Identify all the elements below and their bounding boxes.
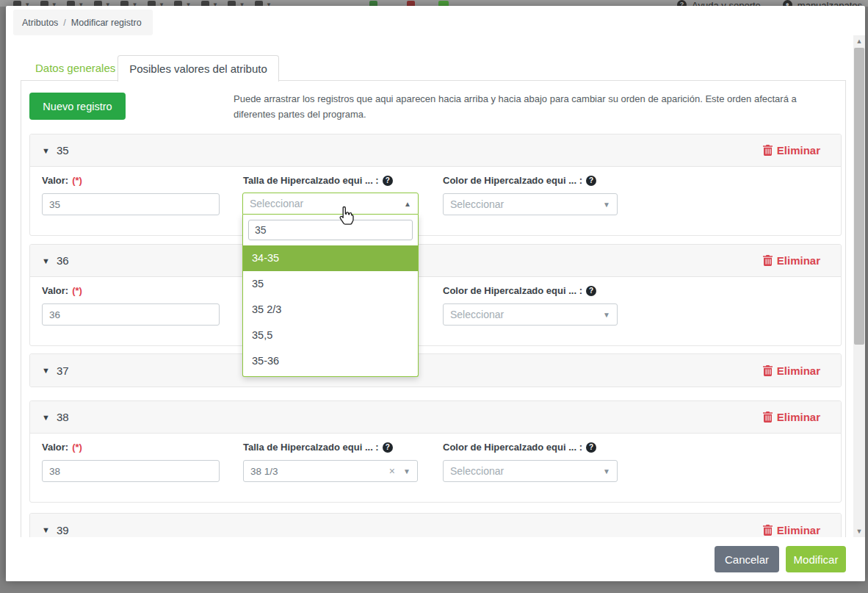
dropdown-option[interactable]: 35 [243,271,418,297]
modify-record-modal: Atributos / Modificar registro Datos gen… [6,6,865,581]
breadcrumb: Atributos / Modificar registro [13,10,153,35]
caret-down-icon: ▼ [42,413,50,422]
valor-field: Valor:(*) [42,175,220,215]
chevron-down-icon: ▼ [603,311,610,319]
talla-label: Talla de Hipercalzado equi ... : [243,175,379,186]
required-marker: (*) [72,285,82,296]
record-card-35: ▼ 35 Eliminar Valor:(*) Talla de Hiperca… [29,134,842,236]
record-header-37[interactable]: ▼ 37 Eliminar [30,354,841,387]
color-label: Color de Hipercalzado equi ... : [443,442,582,453]
delete-record-button[interactable]: Eliminar [763,254,820,267]
dropdown-option[interactable]: 35 2/3 [243,297,418,323]
valor-label: Valor: [42,175,68,186]
record-body: Valor:(*) Color de Hipercalzado equi ...… [30,277,841,345]
valor-input[interactable] [42,460,220,482]
select-value: 38 1/3 [250,466,278,477]
dropdown-option[interactable]: 35-36 [243,348,418,374]
talla-label: Talla de Hipercalzado equi ... : [243,442,379,453]
color-select[interactable]: Seleccionar ▼ [443,193,618,215]
record-body: Valor:(*) Talla de Hipercalzado equi ...… [30,167,841,235]
dropdown-option[interactable]: 35,5 [243,323,418,348]
scroll-up-arrow-icon[interactable]: ▲ [853,37,865,45]
required-marker: (*) [72,175,82,186]
record-card-38: ▼ 38 Eliminar Valor:(*) Talla de Hiperca… [29,400,842,503]
color-select[interactable]: Seleccionar ▼ [443,303,618,326]
delete-record-button[interactable]: Eliminar [763,411,820,423]
record-header-38[interactable]: ▼ 38 Eliminar [30,401,841,434]
trash-icon [763,365,773,376]
new-record-button[interactable]: Nuevo registro [29,93,126,120]
talla-select[interactable]: 38 1/3 × ▼ [243,460,418,482]
talla-field: Talla de Hipercalzado equi ... :? 38 1/3… [243,442,421,482]
breadcrumb-item-modificar: Modificar registro [71,18,142,28]
caret-down-icon: ▼ [42,366,50,375]
talla-select-open: Seleccionar ▲ 34-35 35 35 2/3 35,5 35-36 [242,193,419,377]
modal-scrollbar[interactable]: ▲ ▼ [853,35,865,537]
valor-label: Valor: [42,442,68,453]
color-select[interactable]: Seleccionar ▼ [443,460,618,482]
caret-down-icon: ▼ [42,256,50,265]
modify-button[interactable]: Modificar [786,546,846,572]
dropdown-option[interactable]: 34-35 [243,245,418,271]
color-field: Color de Hipercalzado equi ... :? Selecc… [443,442,621,482]
select-placeholder: Seleccionar [450,198,504,210]
select-placeholder: Seleccionar [450,309,504,320]
caret-down-icon: ▼ [42,525,50,534]
help-question-icon[interactable]: ? [586,286,596,296]
breadcrumb-separator: / [63,18,65,28]
color-label: Color de Hipercalzado equi ... : [443,285,582,296]
caret-down-icon: ▼ [42,146,50,155]
valor-field: Valor:(*) [42,285,220,326]
delete-label: Eliminar [777,364,820,377]
record-card-37: ▼ 37 Eliminar [29,353,842,387]
chevron-down-icon: ▼ [403,467,411,475]
cancel-button[interactable]: Cancelar [715,546,779,572]
scroll-down-arrow-icon[interactable]: ▼ [853,528,865,535]
dropdown-search-input[interactable] [248,220,413,240]
delete-record-button[interactable]: Eliminar [763,364,820,377]
record-title: 39 [57,524,69,536]
scrollbar-thumb[interactable] [854,48,864,345]
help-question-icon[interactable]: ? [586,442,596,453]
delete-label: Eliminar [777,254,820,267]
trash-icon [763,525,773,536]
breadcrumb-item-atributos[interactable]: Atributos [22,18,58,28]
record-title: 35 [57,144,69,157]
delete-record-button[interactable]: Eliminar [763,144,820,157]
record-body: Valor:(*) Talla de Hipercalzado equi ...… [30,434,841,502]
trash-icon [763,145,773,156]
dropdown-panel: 34-35 35 35 2/3 35,5 35-36 [242,215,419,377]
modal-footer: Cancelar Modificar [6,537,865,581]
valor-field: Valor:(*) [42,442,220,482]
drag-hint-text: Puede arrastrar los registros que aqui a… [234,92,821,123]
select-placeholder: Seleccionar [250,198,303,209]
delete-label: Eliminar [777,411,820,423]
record-title: 38 [57,411,69,423]
delete-label: Eliminar [777,524,820,536]
record-header-36[interactable]: ▼ 36 Eliminar [30,245,841,277]
trash-icon [763,411,773,423]
valor-label: Valor: [42,285,68,296]
clear-selection-icon[interactable]: × [389,465,395,477]
record-header-35[interactable]: ▼ 35 Eliminar [30,134,841,167]
required-marker: (*) [72,442,82,453]
delete-record-button[interactable]: Eliminar [763,524,820,536]
record-title: 36 [57,254,69,267]
talla-select[interactable]: Seleccionar ▲ [242,193,419,215]
tab-posibles-valores[interactable]: Posibles valores del atributo [117,55,279,82]
record-title: 37 [57,364,69,377]
help-question-icon[interactable]: ? [586,176,596,186]
record-card-36: ▼ 36 Eliminar Valor:(*) Color de Hiperca… [29,244,842,346]
help-question-icon[interactable]: ? [383,176,393,186]
color-label: Color de Hipercalzado equi ... : [443,175,582,186]
color-field: Color de Hipercalzado equi ... :? Selecc… [443,175,621,215]
color-field: Color de Hipercalzado equi ... :? Selecc… [443,285,621,326]
help-question-icon[interactable]: ? [383,442,393,453]
valor-input[interactable] [42,303,220,326]
chevron-down-icon: ▼ [603,467,610,475]
talla-field: Talla de Hipercalzado equi ... :? [243,175,421,186]
trash-icon [763,255,773,266]
tab-datos-generales[interactable]: Datos generales [28,55,123,80]
select-placeholder: Seleccionar [450,465,504,477]
valor-input[interactable] [42,193,220,215]
